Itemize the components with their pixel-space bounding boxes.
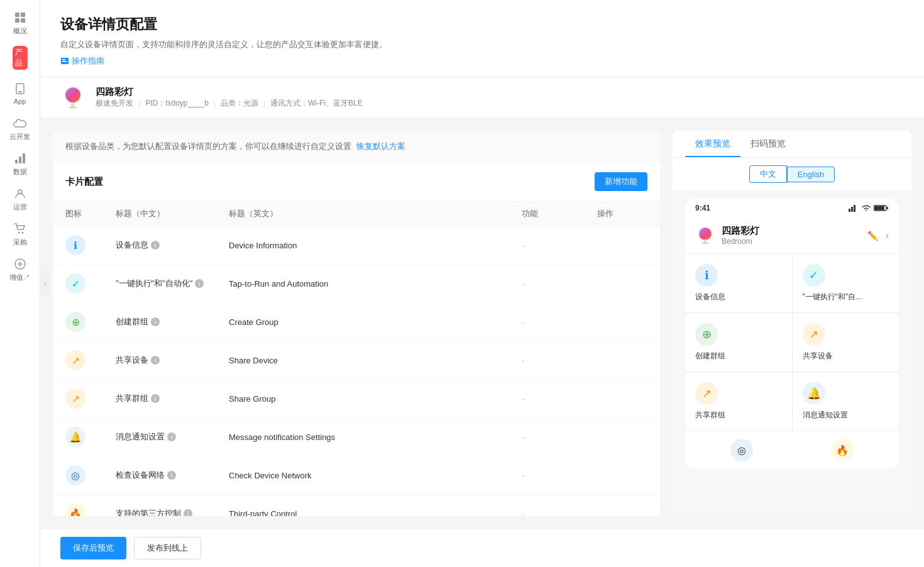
- content-area: 根据设备品类，为您默认配置设备详情页的方案，你可以在继续进行自定义设置 恢复默认…: [40, 118, 924, 529]
- row-title-zh: 消息通知设置 i: [116, 431, 229, 443]
- cloud-icon: [13, 116, 28, 131]
- row-icon-cell: ✓: [65, 273, 116, 294]
- page-header: 设备详情页配置 自定义设备详情页面，支持功能和排序的灵活自定义，让您的产品交互体…: [40, 0, 924, 77]
- phone-device-location: Bedroom: [722, 237, 759, 246]
- phone-card: ↗ 共享群组: [685, 372, 792, 431]
- svg-rect-3: [21, 18, 25, 23]
- phone-card: ✓ "一键执行"和"自...: [793, 254, 899, 312]
- row-icon-cell: ℹ: [65, 235, 116, 255]
- sidebar-item-app[interactable]: App: [0, 75, 40, 111]
- row-title-en: Check Device Network: [229, 471, 522, 480]
- device-info: 四路彩灯 极速免开发 | PID：tsdoyp____b | 品类：光源 | 通…: [96, 86, 363, 109]
- publish-button[interactable]: 发布到线上: [134, 537, 201, 559]
- row-feature: -: [522, 317, 597, 327]
- data-icon: [13, 151, 28, 166]
- row-title-zh: "一键执行"和"自动化" i: [116, 278, 229, 289]
- wifi-icon: [861, 204, 871, 212]
- tab-qr-preview[interactable]: 扫码预览: [740, 131, 796, 157]
- sidebar: 概况 产品 App 云开发 数据: [0, 0, 40, 567]
- svg-point-25: [699, 228, 712, 240]
- row-icon-cell: 🔔: [65, 427, 116, 447]
- battery-icon: [874, 204, 889, 212]
- bottom-bar: 保存后预览 发布到线上: [40, 529, 924, 567]
- signal-icon: [849, 204, 859, 212]
- fire-icon: 🔥: [831, 439, 854, 461]
- sidebar-item-cloud[interactable]: 云开发: [0, 111, 40, 146]
- row-title-en: Third-party Control: [229, 509, 522, 517]
- chevron-right-icon: ›: [886, 231, 889, 241]
- row-title-en: Create Group: [229, 317, 522, 327]
- row-icon: 🔥: [65, 504, 85, 516]
- phone-time: 9:41: [695, 204, 710, 212]
- sidebar-item-extra[interactable]: 增值↗: [0, 251, 40, 287]
- phone-card: ↗ 共享设备: [793, 313, 899, 372]
- extra-icon: [13, 256, 28, 272]
- info-badge[interactable]: i: [167, 471, 176, 480]
- row-title-zh: 设备信息 i: [116, 239, 229, 251]
- table-row: ↗ 共享设备 i Share Device -: [53, 341, 660, 380]
- tab-effect-preview[interactable]: 效果预览: [685, 131, 740, 157]
- row-icon: 🔔: [65, 427, 85, 447]
- left-panel: 根据设备品类，为您默认配置设备详情页的方案，你可以在继续进行自定义设置 恢复默认…: [53, 131, 660, 516]
- card-config-header: 卡片配置 新增功能: [53, 162, 660, 202]
- row-icon: ℹ: [65, 235, 85, 255]
- row-icon-cell: 🔥: [65, 504, 116, 516]
- phone-card-icon: ℹ: [695, 264, 718, 287]
- svg-rect-19: [849, 209, 850, 212]
- main-content: 设备详情页配置 自定义设备详情页面，支持功能和排序的灵活自定义，让您的产品交互体…: [40, 0, 924, 567]
- phone-status-bar: 9:41: [685, 199, 899, 217]
- panel-notice: 根据设备品类，为您默认配置设备详情页的方案，你可以在继续进行自定义设置 恢复默认…: [53, 131, 660, 162]
- operation-guide-link[interactable]: 操作指南: [60, 55, 904, 67]
- row-title-zh: 共享设备 i: [116, 355, 229, 366]
- phone-card-icon: ↗: [695, 382, 718, 405]
- product-icon: 产品: [13, 50, 28, 65]
- info-badge[interactable]: i: [167, 432, 176, 441]
- svg-rect-0: [15, 13, 19, 17]
- row-title-en: Share Device: [229, 356, 522, 365]
- purchase-icon: [13, 221, 28, 236]
- info-badge[interactable]: i: [151, 356, 160, 365]
- row-icon: ⊕: [65, 312, 85, 332]
- sidebar-collapse-button[interactable]: ›: [40, 271, 50, 296]
- sidebar-item-purchase[interactable]: 采购: [0, 216, 40, 251]
- row-icon: ✓: [65, 273, 85, 294]
- table-row: ℹ 设备信息 i Device Information -: [53, 226, 660, 265]
- phone-card-label: 共享设备: [803, 351, 833, 361]
- page-description: 自定义设备详情页面，支持功能和排序的灵活自定义，让您的产品交互体验更加丰富便捷。: [60, 39, 904, 50]
- info-badge[interactable]: i: [151, 241, 160, 250]
- table-row: 🔔 消息通知设置 i Message notification Settings…: [53, 418, 660, 456]
- phone-card: ℹ 设备信息: [685, 254, 792, 312]
- sidebar-item-overview[interactable]: 概况: [0, 5, 40, 40]
- phone-signal: [849, 204, 889, 212]
- row-title-zh: 检查设备网络 i: [116, 470, 229, 481]
- phone-card-label: "一键执行"和"自...: [803, 292, 862, 302]
- sidebar-item-product[interactable]: 产品: [0, 40, 40, 75]
- language-toggle: 中文 English: [673, 158, 911, 191]
- svg-rect-14: [62, 59, 65, 60]
- info-badge[interactable]: i: [184, 509, 192, 516]
- row-feature: -: [522, 509, 597, 517]
- card-config-title: 卡片配置: [65, 176, 103, 188]
- phone-card-label: 设备信息: [695, 292, 725, 302]
- table-row: ✓ "一键执行"和"自动化" i Tap-to-Run and Automati…: [53, 265, 660, 303]
- restore-default-link[interactable]: 恢复默认方案: [356, 141, 405, 152]
- page-title: 设备详情页配置: [60, 15, 904, 34]
- row-feature: -: [522, 356, 597, 365]
- save-preview-button[interactable]: 保存后预览: [60, 537, 126, 559]
- sidebar-item-ops[interactable]: 运营: [0, 181, 40, 216]
- phone-card-label: 共享群组: [695, 410, 725, 421]
- add-function-button[interactable]: 新增功能: [595, 172, 647, 191]
- lang-en-button[interactable]: English: [787, 167, 835, 182]
- phone-preview: 9:41: [673, 191, 911, 516]
- lang-zh-button[interactable]: 中文: [749, 165, 787, 183]
- info-badge[interactable]: i: [151, 317, 160, 326]
- svg-rect-15: [62, 61, 67, 62]
- row-feature: -: [522, 432, 597, 442]
- info-badge[interactable]: i: [195, 279, 204, 288]
- svg-rect-6: [15, 160, 18, 163]
- svg-rect-1: [21, 13, 25, 17]
- info-badge[interactable]: i: [151, 394, 160, 403]
- sidebar-item-label: 数据: [13, 167, 27, 177]
- svg-rect-17: [71, 102, 75, 107]
- sidebar-item-data[interactable]: 数据: [0, 146, 40, 181]
